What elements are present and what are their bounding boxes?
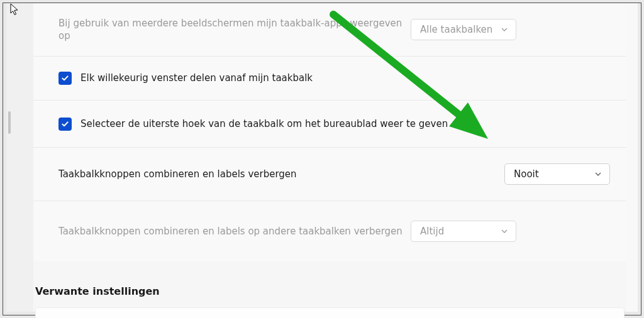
settings-panel: Bij gebruik van meerdere beeldschermen m… bbox=[33, 3, 626, 312]
label-combine-other: Taakbalkknoppen combineren en labels op … bbox=[58, 225, 411, 238]
dropdown-combine-primary-value: Nooit bbox=[514, 168, 539, 180]
checkbox-share-window[interactable] bbox=[58, 72, 72, 85]
row-share-window: Elk willekeurig venster delen vanaf mijn… bbox=[33, 57, 626, 101]
dropdown-multi-display-value: Alle taakbalken bbox=[420, 24, 492, 35]
chevron-down-icon bbox=[594, 170, 602, 178]
check-icon bbox=[61, 120, 69, 128]
check-icon bbox=[61, 74, 69, 82]
related-card[interactable] bbox=[35, 307, 625, 318]
row-combine-primary: Taakbalkknoppen combineren en labels ver… bbox=[33, 148, 626, 201]
row-combine-other: Taakbalkknoppen combineren en labels op … bbox=[33, 201, 626, 261]
section-header-related: Verwante instellingen bbox=[33, 261, 626, 307]
dropdown-combine-primary[interactable]: Nooit bbox=[504, 163, 610, 185]
left-rail bbox=[6, 3, 33, 312]
row-multi-display: Bij gebruik van meerdere beeldschermen m… bbox=[33, 3, 626, 57]
chevron-down-icon bbox=[501, 228, 508, 235]
mouse-cursor-icon bbox=[10, 3, 20, 17]
chevron-down-icon bbox=[501, 26, 508, 33]
dropdown-combine-other[interactable]: Altijd bbox=[411, 221, 516, 242]
scroll-thumb-left[interactable] bbox=[8, 111, 11, 134]
label-multi-display: Bij gebruik van meerdere beeldschermen m… bbox=[58, 17, 411, 43]
label-combine-primary: Taakbalkknoppen combineren en labels ver… bbox=[58, 168, 504, 180]
label-share-window: Elk willekeurig venster delen vanaf mijn… bbox=[80, 72, 610, 84]
dropdown-combine-other-value: Altijd bbox=[420, 226, 444, 237]
label-show-desktop: Selecteer de uiterste hoek van de taakba… bbox=[80, 118, 610, 130]
row-show-desktop: Selecteer de uiterste hoek van de taakba… bbox=[33, 101, 626, 148]
dropdown-multi-display[interactable]: Alle taakbalken bbox=[411, 19, 516, 40]
checkbox-show-desktop[interactable] bbox=[58, 118, 72, 131]
